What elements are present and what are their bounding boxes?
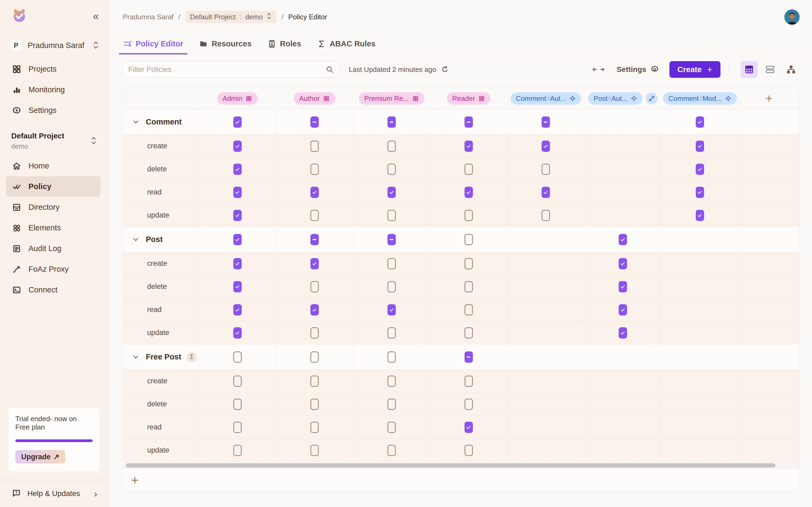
checkbox-comment-create-admin[interactable]	[233, 140, 242, 152]
sidebar-item-projects[interactable]: Projects	[6, 59, 100, 79]
checkbox-comment-update-reader[interactable]	[464, 210, 473, 221]
add-resource-button[interactable]: +	[131, 474, 139, 487]
checkbox-comment-update-author[interactable]	[310, 210, 319, 221]
checkbox-post-create-post-aut[interactable]	[619, 258, 627, 269]
tab-abac-rules[interactable]: ABAC Rules	[317, 34, 376, 54]
checkbox-post-update-reader[interactable]	[464, 327, 473, 339]
view-toggle-tree[interactable]	[782, 61, 800, 78]
sidebar-item-policy[interactable]: Policy	[6, 176, 100, 197]
checkbox-comment-read-premium-re[interactable]	[388, 187, 396, 198]
checkbox-free-post-delete-reader[interactable]	[464, 399, 473, 410]
checkbox-post-update-premium-re[interactable]	[388, 327, 396, 339]
filter-policies-input[interactable]	[129, 65, 325, 74]
checkbox-comment-read-comment-aut[interactable]	[542, 187, 550, 198]
checkbox-free-post-create-premium-re[interactable]	[388, 376, 396, 387]
tab-policy-editor[interactable]: Policy Editor	[123, 34, 183, 54]
role-pill-author[interactable]: Author	[294, 92, 336, 105]
checkbox-comment-delete-premium-re[interactable]	[388, 164, 396, 175]
checkbox-post-create-admin[interactable]	[233, 258, 242, 269]
breadcrumb-project-selector[interactable]: Default Project : demo	[185, 11, 277, 23]
checkbox-post-all-author[interactable]	[310, 234, 319, 245]
checkbox-free-post-update-admin[interactable]	[233, 445, 242, 456]
resource-row-free-post[interactable]: Free PostΣ	[123, 344, 199, 370]
checkbox-post-read-admin[interactable]	[233, 304, 242, 316]
checkbox-comment-delete-author[interactable]	[310, 164, 319, 175]
checkbox-free-post-all-premium-re[interactable]	[388, 351, 396, 363]
checkbox-post-create-premium-re[interactable]	[388, 258, 396, 269]
checkbox-post-read-author[interactable]	[310, 304, 319, 316]
checkbox-comment-delete-comment-mod[interactable]	[696, 164, 704, 175]
checkbox-post-delete-admin[interactable]	[233, 281, 242, 292]
sidebar-item-connect[interactable]: Connect	[6, 280, 100, 300]
checkbox-free-post-read-author[interactable]	[310, 422, 319, 433]
sidebar-item-audit-log[interactable]: Audit Log	[6, 238, 100, 259]
chevron-down-icon[interactable]	[132, 118, 139, 125]
checkbox-post-all-post-aut[interactable]	[619, 234, 627, 245]
checkbox-post-all-admin[interactable]	[233, 234, 242, 245]
checkbox-free-post-all-reader[interactable]	[464, 351, 473, 363]
checkbox-comment-delete-admin[interactable]	[233, 164, 242, 175]
user-avatar[interactable]	[784, 9, 800, 25]
sidebar-item-settings[interactable]: Settings	[6, 100, 100, 121]
checkbox-comment-all-comment-mod[interactable]	[696, 116, 704, 128]
checkbox-comment-read-admin[interactable]	[233, 187, 242, 198]
checkbox-post-delete-reader[interactable]	[464, 281, 473, 292]
checkbox-comment-create-premium-re[interactable]	[388, 140, 396, 152]
checkbox-post-delete-premium-re[interactable]	[388, 281, 396, 292]
workspace-selector[interactable]: P Pradumna Saraf	[10, 39, 99, 52]
checkbox-free-post-create-reader[interactable]	[464, 376, 473, 387]
breadcrumb-workspace[interactable]: Pradumna Saraf	[123, 13, 173, 21]
checkbox-free-post-all-author[interactable]	[310, 351, 319, 363]
tab-roles[interactable]: Roles	[268, 34, 301, 54]
scrollbar-thumb[interactable]	[126, 463, 775, 467]
checkbox-post-create-reader[interactable]	[464, 258, 473, 269]
sidebar-collapse-button[interactable]: «	[93, 11, 98, 21]
checkbox-comment-all-author[interactable]	[310, 116, 319, 128]
help-updates-button[interactable]: ? Help & Updates ›	[0, 480, 108, 507]
sidebar-item-directory[interactable]: Directory	[6, 197, 100, 218]
checkbox-free-post-read-premium-re[interactable]	[388, 422, 396, 433]
create-button[interactable]: Create+	[669, 61, 720, 78]
resource-row-comment[interactable]: Comment	[123, 109, 199, 134]
checkbox-free-post-update-reader[interactable]	[464, 445, 473, 456]
add-role-column-button[interactable]: +	[739, 88, 799, 109]
sidebar-item-foaz-proxy[interactable]: FoAz Proxy	[6, 259, 100, 280]
gear-icon[interactable]	[650, 65, 659, 74]
checkbox-free-post-create-author[interactable]	[310, 376, 319, 387]
role-pill-reader[interactable]: Reader	[447, 92, 491, 105]
checkbox-free-post-delete-author[interactable]	[310, 399, 319, 410]
checkbox-post-read-reader[interactable]	[464, 304, 473, 316]
checkbox-post-delete-author[interactable]	[310, 281, 319, 292]
checkbox-free-post-update-author[interactable]	[310, 445, 319, 456]
view-toggle-table[interactable]	[741, 61, 758, 78]
checkbox-comment-read-author[interactable]	[310, 187, 319, 198]
checkbox-free-post-delete-admin[interactable]	[233, 399, 242, 410]
checkbox-comment-delete-reader[interactable]	[464, 164, 473, 175]
derived-role-pill-comment-mod[interactable]: Comment#Mod...	[663, 92, 737, 105]
role-pill-admin[interactable]: Admin	[217, 92, 258, 105]
checkbox-post-read-premium-re[interactable]	[388, 304, 396, 316]
role-pill-premium-re[interactable]: Premium Re...	[359, 92, 424, 105]
sidebar-item-elements[interactable]: Elements	[6, 218, 100, 238]
checkbox-comment-all-admin[interactable]	[233, 116, 242, 128]
checkbox-comment-create-comment-aut[interactable]	[542, 140, 550, 152]
checkbox-comment-create-comment-mod[interactable]	[696, 140, 704, 152]
sidebar-item-monitoring[interactable]: Monitoring	[6, 79, 100, 100]
derived-role-graph-icon[interactable]	[646, 93, 658, 104]
project-selector[interactable]: Default Project demo	[0, 125, 108, 154]
checkbox-post-update-post-aut[interactable]	[619, 327, 627, 339]
derived-role-pill-comment-aut[interactable]: Comment#Aut...	[510, 92, 581, 105]
chevron-down-icon[interactable]	[132, 353, 139, 360]
checkbox-free-post-all-admin[interactable]	[233, 351, 242, 363]
checkbox-comment-read-comment-mod[interactable]	[696, 187, 704, 198]
checkbox-comment-all-comment-aut[interactable]	[542, 116, 550, 128]
derived-role-pill-post-aut[interactable]: Post#Aut...	[588, 92, 642, 105]
checkbox-free-post-update-premium-re[interactable]	[388, 445, 396, 456]
checkbox-post-delete-post-aut[interactable]	[619, 281, 627, 292]
checkbox-free-post-read-admin[interactable]	[233, 422, 242, 433]
refresh-icon[interactable]	[441, 65, 449, 73]
checkbox-comment-all-reader[interactable]	[464, 116, 473, 128]
checkbox-comment-all-premium-re[interactable]	[388, 116, 396, 128]
chevron-down-icon[interactable]	[132, 236, 139, 243]
checkbox-post-update-admin[interactable]	[233, 327, 242, 339]
